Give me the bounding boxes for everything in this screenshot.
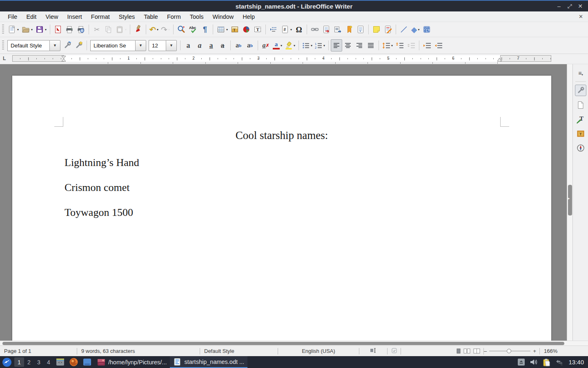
subscript-button[interactable]: ab [244, 39, 256, 52]
clock[interactable]: 13:40 [568, 359, 584, 366]
eject-removable-media-icon[interactable] [517, 358, 525, 366]
sidebar-settings-button[interactable]: ≡▾ [575, 67, 586, 79]
close-document-icon[interactable]: ✕ [579, 13, 583, 20]
horizontal-ruler[interactable]: 1 2 3 4 5 6 7 [12, 55, 551, 62]
highlight-color-dropdown[interactable]: ▾ [294, 44, 295, 47]
align-left-button[interactable] [331, 39, 342, 52]
numbered-list-button[interactable]: 12 ▾ [314, 39, 326, 52]
left-indent-marker[interactable] [61, 56, 66, 62]
align-right-button[interactable] [354, 39, 365, 52]
font-name-input[interactable] [90, 40, 135, 51]
save-dropdown[interactable]: ▾ [45, 28, 47, 31]
save-button[interactable]: ▾ [34, 23, 48, 36]
decrease-paragraph-spacing-button[interactable] [405, 39, 417, 52]
zoom-slider-handle[interactable] [507, 349, 511, 353]
status-zoom-level[interactable]: 166% [540, 348, 561, 354]
insert-line-button[interactable] [398, 23, 410, 36]
insert-table-button[interactable]: ▾ [215, 23, 229, 36]
font-size-combo[interactable]: ▼ [149, 40, 177, 51]
toolbar-grip[interactable] [2, 40, 4, 50]
paste-button[interactable]: ▾ [114, 23, 128, 36]
sidebar-tab-properties[interactable] [575, 85, 586, 96]
close-button[interactable]: ✕ [575, 3, 586, 9]
export-pdf-button[interactable] [52, 23, 64, 36]
highlight-color-button[interactable]: ▾ [283, 39, 296, 52]
font-size-input[interactable] [149, 40, 166, 51]
task-writer-document[interactable]: startship_names.odt ... [170, 356, 247, 368]
redo-dropdown[interactable]: ▾ [168, 28, 170, 31]
menu-form[interactable]: Form [163, 12, 185, 21]
insert-cross-reference-button[interactable] [355, 23, 366, 36]
document-paragraph[interactable]: Toywagon 1500 [65, 206, 133, 219]
status-language[interactable]: English (USA) [278, 348, 359, 354]
volume-icon[interactable] [530, 359, 538, 366]
formatting-marks-button[interactable]: ¶ [199, 23, 211, 36]
menu-styles[interactable]: Styles [114, 12, 140, 21]
new-document-button[interactable]: ▾ [6, 23, 20, 36]
basic-shapes-dropdown[interactable]: ▾ [418, 28, 419, 31]
clone-formatting-button[interactable] [132, 23, 144, 36]
window-app-icon[interactable] [82, 357, 92, 367]
document-paragraph[interactable]: Lightning’s Hand [65, 157, 139, 169]
clipboard-icon[interactable] [543, 358, 550, 366]
open-button[interactable]: ▾ [20, 23, 34, 36]
vertical-scrollbar[interactable]: ▸ [567, 64, 572, 341]
document-heading[interactable]: Cool starship names: [63, 129, 500, 142]
zoom-in-button[interactable]: + [533, 348, 536, 354]
workspace-2[interactable]: 2 [24, 357, 34, 367]
open-dropdown[interactable]: ▾ [31, 28, 33, 31]
sidebar-tab-gallery[interactable] [575, 128, 586, 139]
menu-format[interactable]: Format [87, 12, 114, 21]
undo-button[interactable]: ↶ ▾ [148, 23, 160, 36]
line-spacing-dropdown[interactable]: ▾ [391, 44, 393, 47]
sidebar-toggle-arrow[interactable]: ▸ [568, 196, 570, 200]
sidebar-tab-page[interactable] [575, 99, 586, 111]
menu-tools[interactable]: Tools [185, 12, 208, 21]
insert-table-dropdown[interactable]: ▾ [226, 28, 228, 31]
right-indent-marker[interactable] [497, 58, 502, 62]
horizontal-scrollbar[interactable] [0, 341, 588, 346]
numbered-list-dropdown[interactable]: ▾ [323, 44, 325, 47]
copy-button[interactable] [102, 23, 114, 36]
status-paragraph-style[interactable]: Default Style [200, 348, 278, 354]
font-name-dropdown[interactable]: ▼ [135, 40, 146, 51]
insert-bookmark-button[interactable] [343, 23, 355, 36]
increase-paragraph-spacing-button[interactable] [394, 39, 405, 52]
book-view-icon[interactable] [473, 348, 480, 354]
zoom-slider[interactable]: – + [484, 348, 536, 354]
menu-help[interactable]: Help [238, 12, 259, 21]
insert-hyperlink-button[interactable] [309, 23, 321, 36]
applications-menu-button[interactable] [2, 357, 12, 367]
workspace-4[interactable]: 4 [44, 357, 53, 367]
insert-page-number-dropdown[interactable]: ▾ [290, 28, 292, 31]
menu-edit[interactable]: Edit [22, 12, 41, 21]
font-color-dropdown[interactable]: ▾ [281, 44, 282, 47]
update-style-button[interactable] [62, 39, 73, 52]
underline-button[interactable]: a [205, 39, 217, 52]
toolbar-grip[interactable] [2, 25, 4, 34]
status-selection-mode[interactable] [388, 348, 401, 355]
insert-frame-button[interactable] [332, 23, 343, 36]
undo-dropdown[interactable]: ▾ [157, 28, 158, 31]
paragraph-style-input[interactable] [7, 40, 49, 51]
insert-chart-button[interactable] [241, 23, 252, 36]
network-offline-icon[interactable] [555, 359, 564, 366]
bullet-list-button[interactable]: ▾ [301, 39, 314, 52]
firefox-icon[interactable] [69, 357, 78, 367]
workspace-1[interactable]: 1 [14, 357, 24, 367]
cut-button[interactable]: ✂ [91, 23, 102, 36]
zoom-out-button[interactable]: – [484, 348, 487, 354]
insert-comment-button[interactable] [371, 23, 382, 36]
justify-button[interactable] [365, 39, 376, 52]
insert-image-button[interactable] [229, 23, 241, 36]
document-canvas[interactable]: Cool starship names: Lightning’s Hand Cr… [0, 64, 567, 341]
status-page-number[interactable]: Page 1 of 1 [0, 348, 77, 354]
paragraph-style-dropdown[interactable]: ▼ [49, 40, 60, 51]
find-replace-button[interactable] [176, 23, 187, 36]
font-size-dropdown[interactable]: ▼ [166, 40, 177, 51]
strikethrough-button[interactable]: a [217, 39, 228, 52]
superscript-button[interactable]: ab [233, 39, 244, 52]
single-page-view-icon[interactable] [457, 348, 461, 354]
menu-window[interactable]: Window [208, 12, 238, 21]
menu-table[interactable]: Table [139, 12, 163, 21]
